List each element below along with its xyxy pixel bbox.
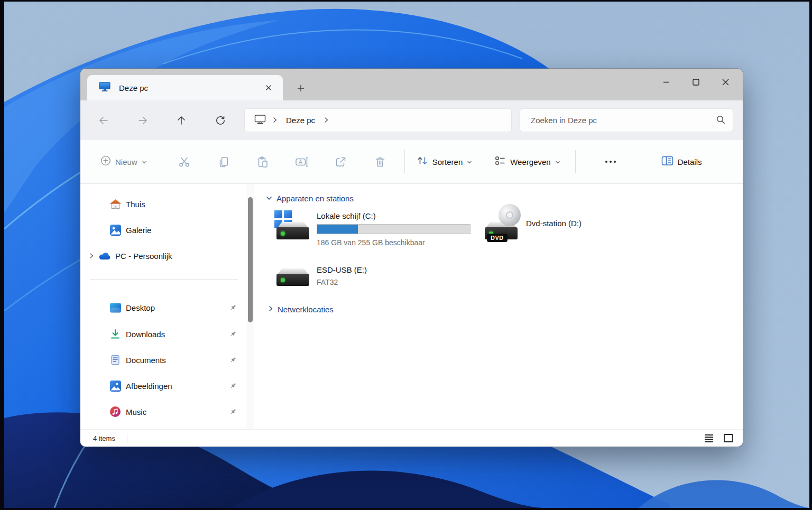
- plus-circle-icon: [100, 155, 111, 168]
- details-button[interactable]: Details: [656, 152, 707, 172]
- drive-c-item[interactable]: Lokale schijf (C:) 186 GB van 255 GB bes…: [274, 210, 470, 247]
- sidebar-item-onedrive-pc[interactable]: PC - Persoonlijk: [85, 246, 241, 265]
- usb-drive-icon: [274, 264, 310, 289]
- sidebar-item-label: Thuis: [126, 200, 241, 209]
- sidebar-item-music[interactable]: Music: [85, 402, 241, 421]
- details-button-label: Details: [678, 157, 702, 166]
- disk-usage-bar: [317, 224, 470, 234]
- forward-icon[interactable]: [134, 112, 151, 129]
- sidebar-item-downloads[interactable]: Downloads: [85, 324, 241, 344]
- drive-name: ESD-USB (E:): [317, 265, 367, 274]
- sidebar-item-gallery[interactable]: Galerie: [85, 220, 241, 239]
- local-disk-icon: [274, 210, 310, 240]
- sidebar-item-label: Desktop: [126, 303, 228, 312]
- new-button-label: Nieuw: [115, 157, 137, 166]
- section-devices-header[interactable]: Apparaten en stations: [266, 193, 354, 203]
- address-bar[interactable]: Deze pc: [244, 108, 512, 132]
- pin-icon: [228, 381, 238, 391]
- svg-text:A: A: [299, 159, 302, 165]
- dvd-disc-icon: [499, 204, 521, 226]
- scrollbar-thumb[interactable]: [248, 197, 253, 322]
- back-icon[interactable]: [95, 112, 112, 129]
- drive-filesystem: FAT32: [317, 278, 367, 286]
- command-toolbar: Nieuw A: [80, 140, 743, 184]
- sidebar-item-pictures[interactable]: Afbeeldingen: [85, 376, 241, 395]
- more-options-icon[interactable]: [597, 161, 624, 163]
- drive-capacity: 186 GB van 255 GB beschikbaar: [317, 238, 470, 247]
- drive-d-item[interactable]: DVD Dvd-station (D:): [483, 210, 582, 240]
- window-controls: [658, 74, 733, 90]
- refresh-icon[interactable]: [212, 112, 229, 129]
- chevron-down-icon: [142, 157, 147, 166]
- up-icon[interactable]: [173, 112, 190, 129]
- content-area: Apparaten en stations Lokale schijf (C:): [254, 184, 743, 429]
- large-icons-view-icon[interactable]: [723, 432, 734, 444]
- chevron-right-icon[interactable]: [268, 304, 273, 314]
- search-icon[interactable]: [716, 115, 725, 126]
- minimize-button[interactable]: [658, 74, 674, 90]
- sidebar-item-label: Afbeeldingen: [126, 382, 228, 391]
- breadcrumb[interactable]: Deze pc: [284, 116, 317, 125]
- file-explorer-window: Deze pc: [80, 69, 743, 447]
- dvd-badge: DVD: [487, 234, 508, 242]
- cut-icon[interactable]: [172, 150, 197, 173]
- dvd-drive-icon: DVD: [483, 210, 519, 240]
- chevron-down-icon: [467, 157, 472, 166]
- chevron-right-icon[interactable]: [272, 116, 278, 125]
- desktop: Deze pc: [4, 2, 809, 508]
- sidebar-item-label: PC - Persoonlijk: [115, 252, 241, 261]
- sidebar-item-label: Galerie: [126, 226, 241, 235]
- drive-name: Dvd-station (D:): [526, 219, 582, 228]
- view-list-icon: [494, 155, 506, 169]
- sidebar-item-home[interactable]: Thuis: [85, 194, 241, 214]
- details-pane-icon: [661, 156, 673, 168]
- desktop-icon: [109, 301, 122, 314]
- sort-button-label: Sorteren: [432, 157, 463, 166]
- close-button[interactable]: [717, 74, 733, 90]
- pin-icon: [228, 329, 238, 339]
- share-icon[interactable]: [328, 150, 354, 173]
- section-title: Netwerklocaties: [278, 305, 334, 314]
- search-box[interactable]: [520, 108, 733, 132]
- chevron-right-icon[interactable]: [85, 253, 98, 259]
- search-input[interactable]: [530, 115, 716, 125]
- drive-e-item[interactable]: ESD-USB (E:) FAT32: [274, 264, 367, 289]
- sidebar-divider: [90, 279, 238, 280]
- this-pc-icon: [99, 81, 110, 94]
- navigation-bar: Deze pc: [80, 100, 743, 140]
- view-button-label: Weergeven: [510, 157, 550, 166]
- section-network-header[interactable]: Netwerklocaties: [268, 304, 334, 314]
- drive-name: Lokale schijf (C:): [317, 211, 470, 220]
- pin-icon: [228, 303, 238, 312]
- chevron-down-icon[interactable]: [266, 193, 272, 203]
- pictures-icon: [109, 379, 122, 392]
- pin-icon: [228, 355, 238, 365]
- documents-icon: [109, 354, 122, 366]
- monitor-icon: [254, 114, 266, 127]
- sidebar: Thuis Galerie PC - Persoonlijk: [80, 184, 246, 429]
- status-divider: [127, 434, 127, 443]
- sidebar-scrollbar[interactable]: [246, 184, 254, 429]
- downloads-icon: [109, 328, 122, 340]
- paste-icon[interactable]: [250, 150, 275, 173]
- chevron-right-icon[interactable]: [324, 116, 329, 125]
- music-icon: [109, 405, 122, 418]
- delete-icon[interactable]: [367, 150, 393, 173]
- new-tab-icon[interactable]: [294, 81, 308, 95]
- item-count: 4 items: [93, 434, 115, 442]
- sidebar-item-documents[interactable]: Documents: [85, 350, 241, 369]
- list-view-icon[interactable]: [703, 432, 715, 444]
- sidebar-item-label: Music: [126, 407, 228, 416]
- tab-close-icon[interactable]: [262, 81, 275, 95]
- onedrive-icon: [98, 249, 111, 262]
- rename-icon[interactable]: A: [289, 150, 315, 173]
- view-button[interactable]: Weergeven: [489, 151, 565, 173]
- chevron-down-icon: [555, 157, 560, 166]
- new-button[interactable]: Nieuw: [95, 151, 152, 172]
- tab-deze-pc[interactable]: Deze pc: [87, 75, 283, 100]
- sidebar-item-desktop[interactable]: Desktop: [85, 298, 241, 317]
- maximize-button[interactable]: [688, 74, 704, 90]
- gallery-icon: [109, 224, 122, 236]
- sort-button[interactable]: Sorteren: [411, 151, 478, 173]
- copy-icon[interactable]: [211, 150, 236, 173]
